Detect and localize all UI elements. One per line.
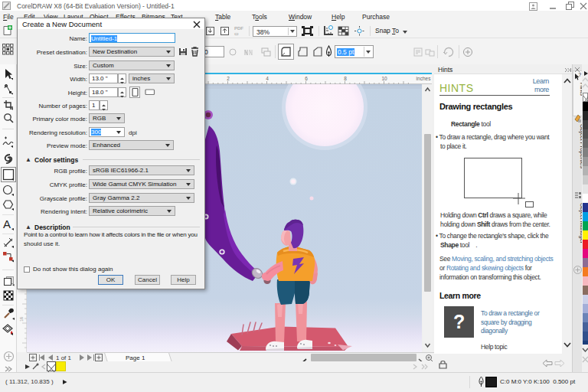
svg-text:?: ?: [579, 72, 582, 77]
svg-text:inches: inches: [416, 76, 432, 81]
svg-text:2: 2: [227, 76, 230, 81]
svg-text:6: 6: [305, 76, 308, 81]
svg-text:16: 16: [19, 317, 24, 322]
svg-text:A: A: [3, 218, 11, 230]
svg-text:4: 4: [266, 76, 269, 81]
svg-text:10: 10: [381, 76, 387, 81]
svg-text:8: 8: [344, 76, 347, 81]
